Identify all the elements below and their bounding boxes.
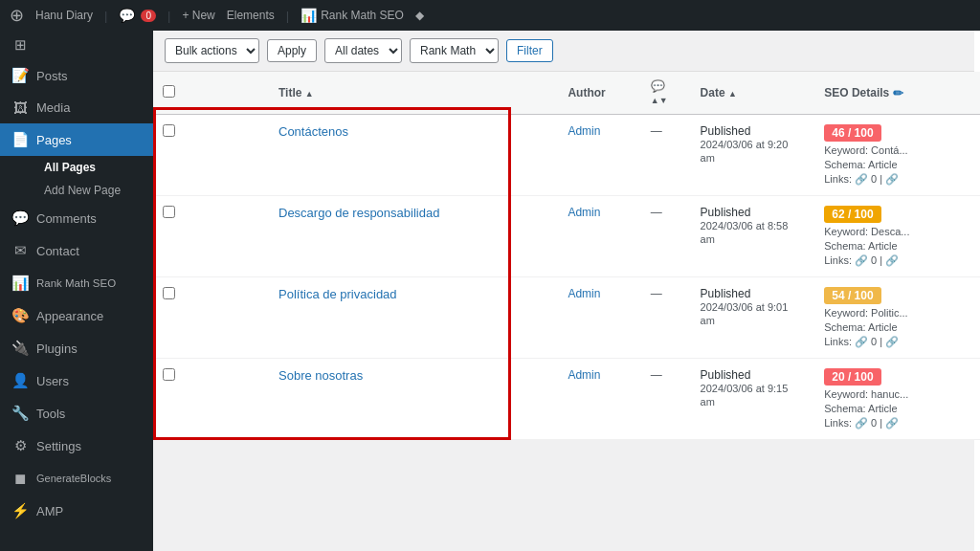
comments-label: Comments <box>36 211 97 226</box>
row-date-cell: Published 2024/03/06 at 9:15 am <box>691 359 815 440</box>
sidebar-item-generateblocks[interactable]: ◼ GenerateBlocks <box>0 462 153 495</box>
date-status-2: Published <box>701 287 751 300</box>
seo-score-badge-0: 46 / 100 <box>824 124 880 142</box>
table-row: Descargo de responsabilidad Admin — Publ… <box>153 196 980 277</box>
admin-bar-wp-logo[interactable]: ⊕ <box>10 5 24 26</box>
contact-label: Contact <box>36 244 79 258</box>
seo-links-2: Links: 🔗 0 | 🔗 <box>824 336 970 348</box>
bulk-actions-select[interactable]: Bulk actions <box>165 38 259 63</box>
th-seo-details: SEO Details ✏ <box>814 72 980 115</box>
date-status-3: Published <box>701 368 751 382</box>
seo-schema-1: Schema: Article <box>824 240 970 252</box>
row-seo-cell: 62 / 100 Keyword: Desca... Schema: Artic… <box>814 196 980 277</box>
comments-icon: 💬 <box>11 209 29 227</box>
author-link-3[interactable]: Admin <box>568 368 600 382</box>
row-checkbox-3[interactable] <box>163 368 175 381</box>
author-link-1[interactable]: Admin <box>568 206 600 219</box>
date-time-0: 2024/03/06 at 9:20 am <box>701 139 789 164</box>
generateblocks-label: GenerateBlocks <box>36 473 111 484</box>
comment-dash-3: — <box>651 368 662 382</box>
date-header-label: Date <box>701 86 725 99</box>
tools-icon: 🔧 <box>11 405 29 422</box>
row-seo-cell: 46 / 100 Keyword: Contá... Schema: Artic… <box>814 115 980 196</box>
date-status-1: Published <box>701 206 751 219</box>
pages-submenu: All Pages Add New Page <box>0 156 153 202</box>
seo-schema-2: Schema: Article <box>824 321 970 333</box>
settings-label: Settings <box>36 439 81 453</box>
row-title-cell: Descargo de responsabilidad <box>269 196 558 277</box>
all-dates-select[interactable]: All dates <box>324 38 402 63</box>
row-date-cell: Published 2024/03/06 at 9:01 am <box>691 277 815 359</box>
sidebar-item-rank-math-seo[interactable]: 📊 Rank Math SEO <box>0 267 153 299</box>
comment-header-icon: 💬 <box>651 79 665 93</box>
author-link-2[interactable]: Admin <box>568 287 600 300</box>
comment-dash-1: — <box>651 206 662 219</box>
admin-bar-elements[interactable]: Elements <box>227 9 275 22</box>
pages-label: Pages <box>36 133 72 147</box>
page-title-link-0[interactable]: Contáctenos <box>278 124 348 139</box>
admin-bar-comments[interactable]: 💬 0 <box>119 8 156 23</box>
row-comment-cell: — <box>641 115 691 196</box>
sidebar-item-appearance[interactable]: 🎨 Appearance <box>0 299 153 332</box>
contact-icon: ✉ <box>11 242 29 259</box>
admin-bar-new[interactable]: + New <box>182 9 214 22</box>
seo-schema-0: Schema: Article <box>824 159 970 170</box>
seo-details-edit-icon[interactable]: ✏ <box>893 86 903 100</box>
admin-bar-site-name[interactable]: Hanu Diary <box>35 9 93 22</box>
seo-keyword-3: Keyword: hanuc... <box>824 388 970 400</box>
page-title-link-3[interactable]: Sobre nosotras <box>278 368 363 383</box>
sidebar-sub-all-pages[interactable]: All Pages <box>33 156 153 179</box>
apply-button[interactable]: Apply <box>267 39 317 62</box>
sidebar-sub-add-new-page[interactable]: Add New Page <box>33 179 153 202</box>
comment-count: 0 <box>141 10 156 22</box>
seo-score-badge-2: 54 / 100 <box>824 287 880 304</box>
sidebar-item-amp[interactable]: ⚡ AMP <box>0 495 153 527</box>
row-date-cell: Published 2024/03/06 at 8:58 am <box>691 196 815 277</box>
sidebar-item-comments[interactable]: 💬 Comments <box>0 202 153 234</box>
plugins-label: Plugins <box>36 342 78 356</box>
row-checkbox-1[interactable] <box>163 206 175 218</box>
th-date[interactable]: Date ▲ <box>691 72 815 115</box>
pages-table: Title ▲ Author 💬 ▲▼ Date ▲ <box>153 72 980 440</box>
seo-links-0: Links: 🔗 0 | 🔗 <box>824 173 970 186</box>
posts-label: Posts <box>36 69 68 83</box>
seo-keyword-0: Keyword: Contá... <box>824 144 970 156</box>
sidebar-item-dashboard[interactable]: ⊞ <box>0 31 153 59</box>
comment-sort-arrows: ▲▼ <box>651 96 668 105</box>
th-title[interactable]: Title ▲ <box>269 72 558 115</box>
page-title-link-2[interactable]: Política de privacidad <box>278 287 397 301</box>
admin-bar-diamond[interactable]: ◆ <box>415 9 424 22</box>
date-time-3: 2024/03/06 at 9:15 am <box>701 383 789 408</box>
seo-details-col-2: Keyword: Politic... Schema: Article Link… <box>824 307 970 348</box>
row-comment-cell: — <box>641 277 691 359</box>
date-time-2: 2024/03/06 at 9:01 am <box>701 301 789 326</box>
seo-keyword-1: Keyword: Desca... <box>824 226 970 237</box>
page-title-link-1[interactable]: Descargo de responsabilidad <box>278 206 439 220</box>
filter-button[interactable]: Filter <box>506 39 553 62</box>
sidebar-item-posts[interactable]: 📝 Posts <box>0 59 153 92</box>
select-all-checkbox[interactable] <box>163 85 175 98</box>
seo-links-1: Links: 🔗 0 | 🔗 <box>824 254 970 267</box>
author-link-0[interactable]: Admin <box>568 124 600 138</box>
users-icon: 👤 <box>11 372 29 389</box>
comment-dash-2: — <box>651 287 662 300</box>
admin-bar-rank-math[interactable]: 📊 Rank Math SEO <box>301 8 404 23</box>
rank-math-select[interactable]: Rank Math <box>410 38 499 63</box>
sidebar-item-plugins[interactable]: 🔌 Plugins <box>0 332 153 364</box>
row-checkbox-2[interactable] <box>163 287 175 299</box>
sidebar-item-pages[interactable]: 📄 Pages <box>0 123 153 156</box>
row-checkbox-0[interactable] <box>163 124 175 137</box>
amp-label: AMP <box>36 504 63 518</box>
sidebar-item-tools[interactable]: 🔧 Tools <box>0 397 153 430</box>
row-title-cell: Sobre nosotras <box>269 359 558 440</box>
sidebar-item-users[interactable]: 👤 Users <box>0 364 153 397</box>
appearance-icon: 🎨 <box>11 307 29 324</box>
sidebar-item-settings[interactable]: ⚙ Settings <box>0 430 153 462</box>
main-content: Bulk actions Apply All dates Rank Math F… <box>153 0 980 551</box>
date-time-1: 2024/03/06 at 8:58 am <box>701 220 789 245</box>
seo-schema-3: Schema: Article <box>824 403 970 414</box>
sidebar-item-media[interactable]: 🖼 Media <box>0 92 153 123</box>
admin-bar: ⊕ Hanu Diary | 💬 0 | + New Elements | 📊 … <box>0 0 980 31</box>
sidebar-item-contact[interactable]: ✉ Contact <box>0 234 153 267</box>
th-comment[interactable]: 💬 ▲▼ <box>641 72 691 115</box>
